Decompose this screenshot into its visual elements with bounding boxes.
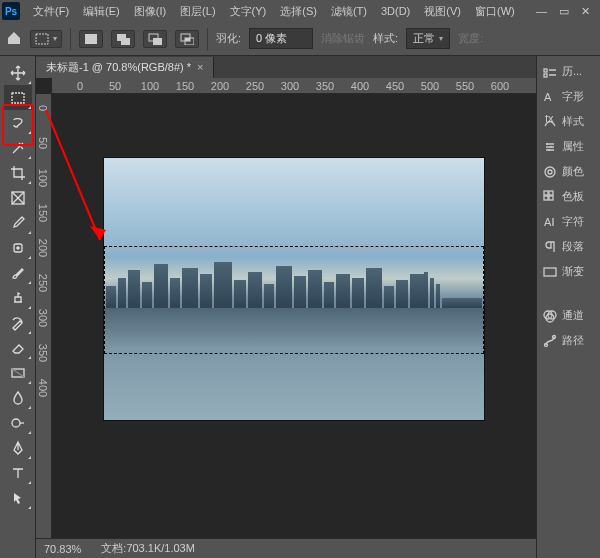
menu-filter[interactable]: 滤镜(T) [324, 4, 374, 19]
selection-subtract-button[interactable] [143, 30, 167, 48]
style-dropdown[interactable]: 正常▾ [406, 28, 450, 49]
toolbox [0, 56, 36, 558]
document-tab[interactable]: 未标题-1 @ 70.8%(RGB/8#) * × [36, 57, 214, 78]
svg-rect-25 [549, 196, 553, 200]
style-label: 样式: [373, 31, 398, 46]
marquee-selection[interactable] [104, 246, 484, 354]
canvas-viewport[interactable] [52, 94, 536, 538]
status-bar: 70.83% 文档:703.1K/1.03M [36, 538, 536, 558]
window-controls: — ▭ ✕ [536, 5, 598, 18]
svg-rect-0 [36, 34, 48, 44]
panel-separator [541, 293, 596, 294]
panel-properties[interactable]: 属性 [541, 137, 596, 156]
svg-rect-24 [544, 196, 548, 200]
svg-text:fx: fx [545, 115, 554, 124]
eyedropper-tool[interactable] [4, 210, 32, 235]
panel-gradient[interactable]: 渐变 [541, 262, 596, 281]
menu-edit[interactable]: 编辑(E) [76, 4, 127, 19]
panel-channels[interactable]: 通道 [541, 306, 596, 325]
filesize-readout: 文档:703.1K/1.03M [101, 541, 195, 556]
menu-type[interactable]: 文字(Y) [223, 4, 274, 19]
selection-new-button[interactable] [79, 30, 103, 48]
pen-tool[interactable] [4, 435, 32, 460]
path-selection-tool[interactable] [4, 485, 32, 510]
menu-view[interactable]: 视图(V) [417, 4, 468, 19]
horizontal-ruler[interactable]: 050100150200250300350400450500550600 [52, 78, 536, 94]
panel-glyphs[interactable]: A字形 [541, 87, 596, 106]
svg-rect-8 [185, 38, 190, 41]
brush-tool[interactable] [4, 260, 32, 285]
panel-swatches[interactable]: 色板 [541, 187, 596, 206]
selection-add-button[interactable] [111, 30, 135, 48]
document-area: 未标题-1 @ 70.8%(RGB/8#) * × 05010015020025… [36, 56, 536, 558]
close-tab-button[interactable]: × [197, 61, 203, 73]
frame-tool[interactable] [4, 185, 32, 210]
menu-image[interactable]: 图像(I) [127, 4, 173, 19]
main-area: 未标题-1 @ 70.8%(RGB/8#) * × 05010015020025… [0, 56, 600, 558]
svg-rect-5 [153, 38, 162, 45]
minimize-button[interactable]: — [536, 5, 547, 18]
home-icon[interactable] [6, 30, 22, 48]
document-tabs: 未标题-1 @ 70.8%(RGB/8#) * × [36, 56, 536, 78]
menu-3d[interactable]: 3D(D) [374, 5, 417, 17]
separator [207, 28, 208, 50]
svg-rect-3 [121, 38, 130, 45]
svg-point-13 [12, 419, 20, 427]
tool-preset-button[interactable]: ▾ [30, 30, 62, 48]
svg-rect-1 [85, 34, 97, 44]
blur-tool[interactable] [4, 385, 32, 410]
svg-rect-23 [549, 191, 553, 195]
panel-styles[interactable]: fx样式 [541, 112, 596, 131]
svg-rect-16 [544, 69, 547, 72]
selection-intersect-button[interactable] [175, 30, 199, 48]
svg-rect-22 [544, 191, 548, 195]
app-logo: Ps [2, 2, 20, 20]
menu-file[interactable]: 文件(F) [26, 4, 76, 19]
menu-select[interactable]: 选择(S) [273, 4, 324, 19]
close-button[interactable]: ✕ [581, 5, 590, 18]
eraser-tool[interactable] [4, 335, 32, 360]
style-value: 正常 [413, 31, 435, 46]
marquee-tool[interactable] [4, 85, 32, 110]
canvas-wrap: 050100150200250300350400450500550600 050… [36, 78, 536, 538]
separator [70, 28, 71, 50]
svg-rect-27 [544, 268, 556, 276]
panel-color[interactable]: 颜色 [541, 162, 596, 181]
move-tool[interactable] [4, 60, 32, 85]
history-brush-tool[interactable] [4, 310, 32, 335]
menu-layer[interactable]: 图层(L) [173, 4, 222, 19]
maximize-button[interactable]: ▭ [559, 5, 569, 18]
healing-brush-tool[interactable] [4, 235, 32, 260]
gradient-tool[interactable] [4, 360, 32, 385]
menu-bar: Ps 文件(F) 编辑(E) 图像(I) 图层(L) 文字(Y) 选择(S) 滤… [0, 0, 600, 22]
crop-tool[interactable] [4, 160, 32, 185]
type-tool[interactable] [4, 460, 32, 485]
options-bar: ▾ 羽化: 0 像素 消除锯齿 样式: 正常▾ 宽度: [0, 22, 600, 56]
anti-alias-checkbox: 消除锯齿 [321, 31, 365, 46]
right-panel: 历... A字形 fx样式 属性 颜色 色板 A字符 段落 渐变 通道 路径 [536, 56, 600, 558]
chevron-down-icon: ▾ [439, 34, 443, 43]
canvas-image[interactable] [104, 158, 484, 420]
svg-rect-9 [12, 93, 24, 103]
svg-rect-17 [544, 74, 547, 77]
lasso-tool[interactable] [4, 110, 32, 135]
feather-input[interactable]: 0 像素 [249, 28, 313, 49]
panel-character[interactable]: A字符 [541, 212, 596, 231]
zoom-level[interactable]: 70.83% [44, 543, 81, 555]
dodge-tool[interactable] [4, 410, 32, 435]
feather-label: 羽化: [216, 31, 241, 46]
vertical-ruler[interactable]: 050100150200250300350400 [36, 94, 52, 538]
panel-paths[interactable]: 路径 [541, 331, 596, 350]
svg-text:A: A [544, 91, 552, 103]
svg-text:A: A [544, 216, 552, 228]
svg-point-21 [548, 170, 552, 174]
panel-paragraph[interactable]: 段落 [541, 237, 596, 256]
panel-history[interactable]: 历... [541, 62, 596, 81]
width-label: 宽度: [458, 31, 483, 46]
menu-window[interactable]: 窗口(W) [468, 4, 522, 19]
svg-point-20 [545, 167, 555, 177]
magic-wand-tool[interactable] [4, 135, 32, 160]
clone-stamp-tool[interactable] [4, 285, 32, 310]
document-tab-title: 未标题-1 @ 70.8%(RGB/8#) * [46, 60, 191, 75]
